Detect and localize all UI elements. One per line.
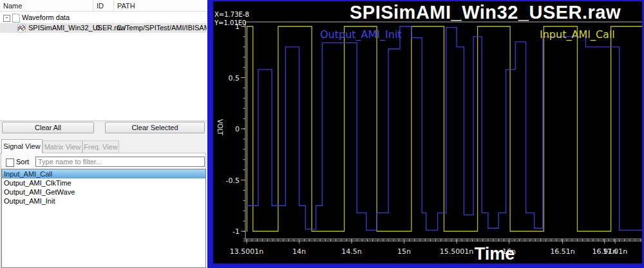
signal-list-item[interactable]: Output_AMI_ClkTime <box>2 178 205 187</box>
signal-list: Input_AMI_Call Output_AMI_ClkTime Output… <box>1 169 206 268</box>
cursor-x-value: X=1.73E-8 <box>214 10 249 19</box>
signal-list-item[interactable]: Output_AMI_Init <box>2 196 205 206</box>
waveform-plot-window: 10.50-0.5-113.5001n14n14.5n15n15.5001n16… <box>207 0 644 268</box>
svg-text:16.51n: 16.51n <box>550 247 574 256</box>
cursor-readout: X=1.73E-8 Y=1.01E0 <box>214 10 249 27</box>
svg-text:-1: -1 <box>232 227 240 236</box>
signal-filter-input[interactable] <box>35 157 205 167</box>
svg-text:0.5: 0.5 <box>229 74 240 82</box>
waveform-file-icon <box>17 24 26 32</box>
tree-header-path[interactable]: PATH <box>114 0 207 12</box>
svg-text:13.5001n: 13.5001n <box>230 247 263 256</box>
waveform-data-tree: Name ID PATH − Waveform data SPISimAMI_W… <box>0 0 207 121</box>
clear-all-button[interactable]: Clear All <box>2 122 94 133</box>
legend-input-ami-call: Input_AMI_Call <box>540 28 615 41</box>
trace-Input_AMI_Call <box>247 26 642 231</box>
svg-text:15n: 15n <box>397 247 411 256</box>
svg-text:-0.5: -0.5 <box>226 177 240 185</box>
svg-text:15.5001n: 15.5001n <box>440 247 473 256</box>
file-name: SPISimAMI_Win32_USER.raw <box>28 23 126 33</box>
app-window: Name ID PATH − Waveform data SPISimAMI_W… <box>0 0 644 268</box>
file-path: C:/Temp/SPITest/AMI/IBISAMI/SPISimA <box>117 23 207 33</box>
tab-signal-view[interactable]: Signal View <box>1 139 43 153</box>
sort-checkbox-label: Sort <box>16 158 29 166</box>
tree-header-id[interactable]: ID <box>93 0 114 12</box>
cursor-y-value: Y=1.01E0 <box>214 19 249 27</box>
collapse-icon[interactable]: − <box>3 15 10 22</box>
tree-header-name[interactable]: Name <box>0 0 93 12</box>
trace-Output_AMI_Init <box>247 26 642 230</box>
plot-title: SPISimAMI_Win32_USER.raw <box>207 2 641 23</box>
svg-text:17.01n: 17.01n <box>603 247 627 256</box>
svg-text:14n: 14n <box>292 247 306 256</box>
tree-row-waveform-data[interactable]: − Waveform data <box>0 13 207 23</box>
signal-list-item[interactable]: Output_AMI_GetWave <box>2 187 205 196</box>
svg-text:14.5n: 14.5n <box>341 247 361 256</box>
y-axis-label: VOLT <box>216 119 223 135</box>
signal-list-item[interactable]: Input_AMI_Call <box>2 169 205 178</box>
waveform-manager-panel: Name ID PATH − Waveform data SPISimAMI_W… <box>0 0 207 268</box>
legend-output-ami-init: Output_AMI_Init <box>320 28 402 41</box>
svg-text:0: 0 <box>235 125 240 133</box>
tree-row-raw-file[interactable]: SPISimAMI_Win32_USER.raw 0 C:/Temp/SPITe… <box>0 23 207 33</box>
x-axis-label: Time <box>475 244 515 264</box>
sort-checkbox[interactable] <box>6 158 14 167</box>
file-id: 0 <box>96 23 100 33</box>
tree-root-label: Waveform data <box>22 13 70 23</box>
tab-freq-view[interactable]: Freq. View <box>82 140 119 153</box>
tab-matrix-view[interactable]: Matrix View <box>43 140 82 153</box>
document-icon <box>12 14 20 23</box>
clear-selected-button[interactable]: Clear Selected <box>105 122 205 133</box>
